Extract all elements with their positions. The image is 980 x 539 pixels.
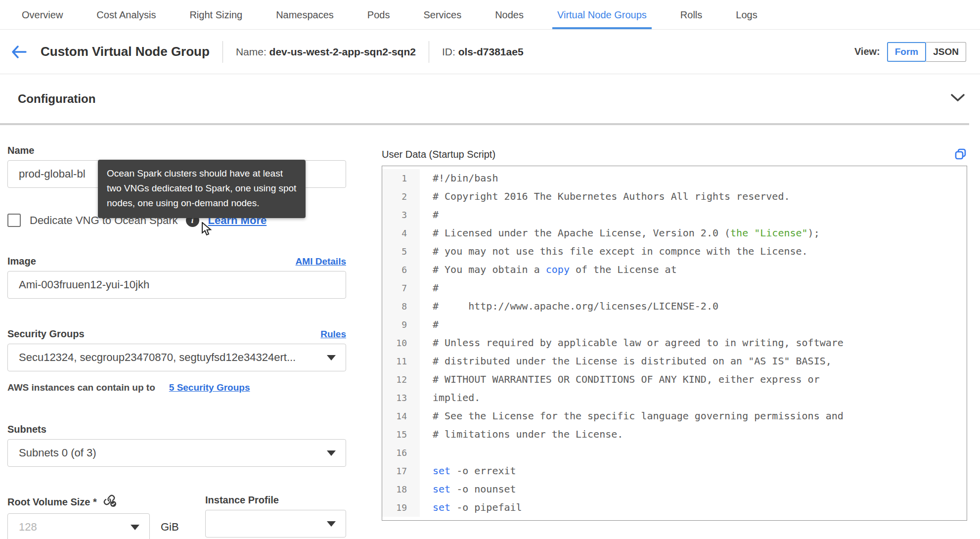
tab-pods[interactable]: Pods <box>366 1 391 29</box>
code-line: 10# Unless required by applicable law or… <box>382 334 967 352</box>
line-number: 5 <box>382 242 420 261</box>
code-text: # <box>420 315 439 334</box>
tab-services[interactable]: Services <box>422 1 462 29</box>
code-text: # distributed under the License is distr… <box>420 352 832 370</box>
tab-overview[interactable]: Overview <box>21 1 64 29</box>
code-line: 4# Licensed under the Apache License, Ve… <box>382 224 967 242</box>
copy-icon[interactable] <box>954 148 967 161</box>
name-label: Name <box>7 145 346 156</box>
vng-name: Name: dev-us-west-2-app-sqn2-sqn2 <box>236 46 416 58</box>
code-text <box>420 444 433 462</box>
code-text: # Copyright 2016 The Kubernetes Authors … <box>420 187 790 206</box>
subnets-dropdown[interactable]: Subnets 0 (of 3) <box>7 439 346 467</box>
code-line: 1#!/bin/bash <box>382 169 967 187</box>
tab-rolls[interactable]: Rolls <box>679 1 703 29</box>
ocean-spark-tooltip: Ocean Spark clusters should have at leas… <box>98 160 306 218</box>
root-volume-size-dropdown[interactable]: 128 <box>7 513 150 539</box>
rules-link[interactable]: Rules <box>320 329 346 340</box>
code-line: 6# You may obtain a copy of the License … <box>382 261 967 279</box>
code-line: 16 <box>382 444 967 462</box>
code-line: 2# Copyright 2016 The Kubernetes Authors… <box>382 187 967 206</box>
code-line: 15# limitations under the License. <box>382 425 967 444</box>
user-data-title: User Data (Startup Script) <box>382 149 495 160</box>
line-number: 15 <box>382 425 420 444</box>
caret-down-icon <box>131 525 139 530</box>
line-number: 3 <box>382 206 420 224</box>
line-number: 10 <box>382 334 420 352</box>
user-data-panel: User Data (Startup Script) 1#!/bin/bash2… <box>382 125 967 539</box>
code-text: # you may not use this file except in co… <box>420 242 808 261</box>
instance-profile-dropdown[interactable] <box>205 510 346 538</box>
code-text: # Licensed under the Apache License, Ver… <box>420 224 820 242</box>
code-line: 19set -o pipefail <box>382 498 967 517</box>
tab-cost-analysis[interactable]: Cost Analysis <box>95 1 157 29</box>
code-text: implied. <box>420 389 480 407</box>
code-line: 11# distributed under the License is dis… <box>382 352 967 370</box>
line-number: 12 <box>382 370 420 389</box>
configuration-section-header[interactable]: Configuration <box>0 74 980 123</box>
line-number: 9 <box>382 315 420 334</box>
tab-logs[interactable]: Logs <box>735 1 758 29</box>
page-header: Custom Virtual Node Group Name: dev-us-w… <box>0 30 980 74</box>
dedicate-vng-checkbox[interactable] <box>7 214 21 227</box>
section-title: Configuration <box>18 92 95 106</box>
five-security-groups-link[interactable]: 5 Security Groups <box>169 382 250 393</box>
line-number: 4 <box>382 224 420 242</box>
view-toggle: Form JSON <box>887 42 966 62</box>
tab-virtual-node-groups[interactable]: Virtual Node Groups <box>556 1 648 29</box>
caret-down-icon <box>327 521 336 527</box>
code-text: # Unless required by applicable law or a… <box>420 334 844 352</box>
chevron-down-icon[interactable] <box>950 93 965 104</box>
mouse-cursor <box>201 222 214 239</box>
top-tab-bar: OverviewCost AnalysisRight SizingNamespa… <box>0 0 980 30</box>
code-line: 13implied. <box>382 389 967 407</box>
image-input[interactable] <box>7 271 346 299</box>
back-arrow-icon[interactable] <box>11 45 28 59</box>
line-number: 2 <box>382 187 420 206</box>
code-line: 9# <box>382 315 967 334</box>
ami-details-link[interactable]: AMI Details <box>296 256 346 267</box>
code-text: set -o errexit <box>420 462 516 480</box>
line-number: 16 <box>382 444 420 462</box>
view-label: View: <box>854 46 880 57</box>
tab-namespaces[interactable]: Namespaces <box>275 1 335 29</box>
link-icon <box>103 494 117 509</box>
line-number: 13 <box>382 389 420 407</box>
user-data-code-editor[interactable]: 1#!/bin/bash2# Copyright 2016 The Kubern… <box>382 166 967 521</box>
code-line: 8# http://www.apache.org/licenses/LICENS… <box>382 297 967 315</box>
tab-right-sizing[interactable]: Right Sizing <box>188 1 243 29</box>
view-form-button[interactable]: Form <box>887 42 927 62</box>
root-volume-size-label: Root Volume Size * <box>7 496 97 508</box>
code-text: #!/bin/bash <box>420 169 498 187</box>
code-text: set -o nounset <box>420 480 516 498</box>
line-number: 1 <box>382 169 420 187</box>
code-line: 18set -o nounset <box>382 480 967 498</box>
configuration-form: Name Ocean Spark clusters should have at… <box>7 125 346 539</box>
code-text: # <box>420 279 439 297</box>
line-number: 8 <box>382 297 420 315</box>
line-number: 6 <box>382 261 420 279</box>
image-label: Image <box>7 256 36 267</box>
code-text: # limitations under the License. <box>420 425 623 444</box>
vng-id: ID: ols-d7381ae5 <box>442 46 524 58</box>
code-line: 14# See the License for the specific lan… <box>382 407 967 425</box>
line-number: 19 <box>382 498 420 517</box>
caret-down-icon <box>327 355 336 360</box>
line-number: 11 <box>382 352 420 370</box>
page-title: Custom Virtual Node Group <box>41 44 210 59</box>
code-line: 17set -o errexit <box>382 462 967 480</box>
instance-profile-label: Instance Profile <box>205 494 346 506</box>
view-json-button[interactable]: JSON <box>926 42 966 62</box>
subnets-label: Subnets <box>7 424 346 435</box>
code-text: # <box>420 206 439 224</box>
tab-nodes[interactable]: Nodes <box>494 1 525 29</box>
code-line: 7# <box>382 279 967 297</box>
line-number: 7 <box>382 279 420 297</box>
code-text: # http://www.apache.org/licenses/LICENSE… <box>420 297 718 315</box>
security-groups-dropdown[interactable]: Secu12324, secgroup23470870, segtuyfsd12… <box>7 344 346 371</box>
line-number: 14 <box>382 407 420 425</box>
code-line: 5# you may not use this file except in c… <box>382 242 967 261</box>
code-line: 3# <box>382 206 967 224</box>
code-text: # You may obtain a copy of the License a… <box>420 261 677 279</box>
gib-unit-label: GiB <box>161 521 179 534</box>
